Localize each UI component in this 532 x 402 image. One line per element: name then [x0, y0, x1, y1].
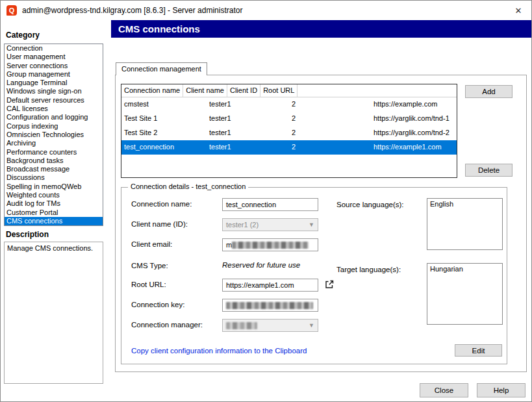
close-icon[interactable]: ✕: [512, 5, 525, 18]
category-item[interactable]: Windows single sign-on: [5, 87, 103, 95]
category-item[interactable]: Server connections: [5, 62, 103, 70]
connection-manager-label: Connection manager:: [131, 321, 203, 329]
cell-root-url: https://example1.com: [371, 140, 457, 155]
category-item[interactable]: Group management: [5, 70, 103, 79]
connection-details-group: Connection details - test_connection Con…: [121, 187, 507, 364]
category-item[interactable]: Customer Portal: [5, 208, 103, 217]
cell-root-url: https://yarglik.com/tnd-2: [371, 126, 457, 140]
server-administrator-window: Q admin@wordpress-tnd.kilgray.com [8.6.3…: [0, 0, 532, 402]
table-header-row: Connection name Client name Client ID Ro…: [121, 84, 457, 97]
table-row[interactable]: Test Site 1 tester1 2 https://yarglik.co…: [121, 112, 457, 126]
cell-client-name: tester1: [207, 126, 289, 140]
target-languages-label: Target language(s):: [336, 266, 401, 273]
client-email-prefix: m: [226, 241, 232, 249]
cell-client-id: 2: [289, 126, 371, 140]
category-item[interactable]: CAL licenses: [5, 105, 103, 113]
category-item[interactable]: Performance counters: [5, 148, 103, 157]
category-item[interactable]: Omniscien Technologies: [5, 131, 103, 139]
connections-table: Connection name Client name Client ID Ro…: [121, 84, 457, 178]
redacted-key-value: [226, 302, 313, 309]
table-row[interactable]: Test Site 2 tester1 2 https://yarglik.co…: [121, 126, 457, 140]
page-title: CMS connections: [118, 23, 200, 34]
copy-client-configuration-link[interactable]: Copy client configuration information to…: [131, 347, 307, 355]
connection-name-label: Connection name:: [131, 200, 192, 208]
group-title: Connection details - test_connection: [128, 182, 248, 190]
memoq-app-icon: Q: [6, 5, 17, 16]
source-language-item: English: [427, 199, 502, 209]
description-box: Manage CMS connections.: [4, 242, 103, 384]
category-list[interactable]: Connection User management Server connec…: [4, 44, 103, 226]
column-header[interactable]: Client ID: [227, 84, 260, 97]
category-item[interactable]: Spelling in memoQWeb: [5, 182, 103, 191]
client-name-label: Client name (ID):: [131, 220, 188, 228]
category-item[interactable]: Configuration and logging: [5, 113, 103, 121]
root-url-label: Root URL:: [131, 281, 166, 288]
table-row[interactable]: test_connection tester1 2 https://exampl…: [121, 140, 457, 155]
client-email-input[interactable]: m: [222, 238, 318, 251]
cell-root-url: https://yarglik.com/tnd-1: [371, 112, 457, 126]
title-bar[interactable]: Q admin@wordpress-tnd.kilgray.com [8.6.3…: [1, 1, 532, 20]
source-languages-list[interactable]: English: [427, 198, 503, 250]
cell-client-id: 2: [289, 112, 371, 126]
connection-name-input[interactable]: test_connection: [222, 198, 318, 211]
cms-type-value: Reserved for future use: [222, 261, 300, 269]
cell-client-id: 2: [289, 97, 371, 112]
page-header: CMS connections: [111, 20, 532, 38]
category-item[interactable]: Language Terminal: [5, 79, 103, 87]
delete-button[interactable]: Delete: [465, 164, 513, 177]
cell-connection-name: test_connection: [121, 140, 207, 155]
category-item[interactable]: User management: [5, 53, 103, 61]
cell-client-name: tester1: [207, 97, 289, 112]
target-language-item: Hungarian: [427, 264, 502, 274]
client-name-value: tester1 (2): [226, 221, 259, 229]
chevron-down-icon: ▼: [309, 320, 314, 331]
category-item[interactable]: Weighted counts: [5, 191, 103, 199]
category-item[interactable]: CMS connections: [5, 217, 103, 225]
cell-client-id: 2: [289, 140, 371, 155]
help-button[interactable]: Help: [477, 383, 526, 397]
cell-client-name: tester1: [207, 112, 289, 126]
open-url-icon[interactable]: [323, 278, 336, 291]
table-body: cmstest tester1 2 https://example.com Te…: [121, 97, 457, 155]
column-header[interactable]: Root URL: [260, 84, 298, 97]
client-email-label: Client email:: [131, 240, 172, 248]
connection-manager-select: ▼: [222, 319, 318, 332]
category-item[interactable]: Default server resources: [5, 96, 103, 105]
category-label: Category: [6, 31, 40, 40]
connection-key-label: Connection key:: [131, 301, 184, 308]
window-title: admin@wordpress-tnd.kilgray.com [8.6.3] …: [22, 6, 242, 15]
redacted-manager-value: [226, 322, 257, 329]
table-row[interactable]: cmstest tester1 2 https://example.com: [121, 97, 457, 112]
close-button[interactable]: Close: [420, 383, 468, 397]
cell-client-name: tester1: [207, 140, 289, 155]
connection-key-input[interactable]: [222, 299, 318, 312]
category-item[interactable]: Connection: [5, 44, 103, 53]
category-item[interactable]: Corpus indexing: [5, 122, 103, 131]
edit-button[interactable]: Edit: [455, 344, 502, 357]
source-languages-label: Source language(s):: [336, 201, 404, 208]
description-text: Manage CMS connections.: [7, 244, 93, 252]
category-item[interactable]: Background tasks: [5, 157, 103, 165]
category-item[interactable]: Audit log for TMs: [5, 199, 103, 208]
redacted-email-value: [232, 242, 309, 249]
category-item[interactable]: Broadcast message: [5, 165, 103, 173]
category-item[interactable]: Discussions: [5, 173, 103, 182]
description-label: Description: [6, 230, 49, 239]
category-item[interactable]: Archiving: [5, 139, 103, 147]
cms-type-label: CMS Type:: [131, 262, 168, 270]
chevron-down-icon: ▼: [309, 219, 314, 231]
column-header[interactable]: Client name: [183, 84, 227, 97]
root-url-input[interactable]: https://example1.com: [222, 279, 318, 292]
add-button[interactable]: Add: [465, 85, 513, 98]
cell-connection-name: Test Site 2: [121, 126, 207, 140]
cell-connection-name: cmstest: [121, 97, 207, 112]
cell-connection-name: Test Site 1: [121, 112, 207, 126]
target-languages-list[interactable]: Hungarian: [427, 263, 503, 325]
cell-root-url: https://example.com: [371, 97, 457, 112]
column-header[interactable]: Connection name: [121, 84, 183, 97]
client-name-select: tester1 (2) ▼: [222, 218, 318, 231]
tab-connection-management[interactable]: Connection management: [116, 62, 207, 75]
